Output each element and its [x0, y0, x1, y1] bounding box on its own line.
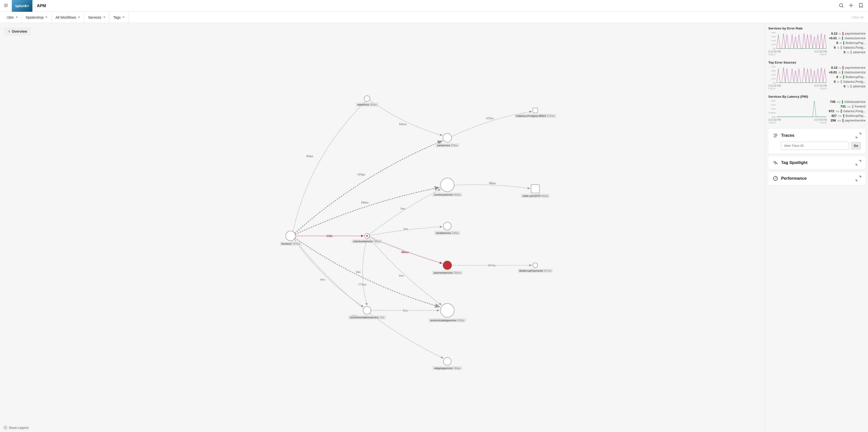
svg-text:3.33min: 3.33min: [769, 112, 776, 114]
side-panel: Services by Error Rate 0.8/s0.6/s0.4/s0.…: [765, 23, 868, 432]
search-icon[interactable]: [839, 3, 844, 9]
service-map-canvas[interactable]: Overview 954µs616ms672ms~978µs550ms950µs…: [0, 23, 765, 432]
service-label-galactus: Galactus.Postgres:98321672ms: [515, 114, 556, 118]
service-label-cartservice: cartservice970µs: [435, 143, 459, 147]
svg-text:2.22h: 2.22h: [771, 100, 776, 102]
service-node-shippingservice[interactable]: [443, 358, 451, 365]
performance-icon: [773, 176, 778, 181]
latency-title: Services By Latency (P90): [768, 95, 866, 98]
latency-chart[interactable]: 2.22h1.67h1.11h3.33min0ms: [768, 100, 827, 118]
trace-id-input[interactable]: [781, 142, 849, 150]
info-icon: [3, 426, 7, 430]
performance-card[interactable]: Performance: [768, 172, 866, 185]
brand-logo[interactable]: splunk>: [12, 0, 32, 12]
edge-label: 950µs: [489, 182, 496, 185]
svg-point-7: [366, 235, 368, 237]
legend-row[interactable]: <0.01/scheckoutservice: [829, 70, 866, 74]
edge-label: 3ms: [403, 227, 408, 230]
error-sources-title: Top Error Sources: [768, 61, 866, 64]
service-node-frontend[interactable]: [286, 231, 296, 241]
traces-title: Traces: [781, 133, 853, 138]
svg-text:0.2/s: 0.2/s: [772, 78, 776, 80]
legend-row[interactable]: 0/sButtercupPay...: [829, 41, 866, 45]
service-label-checkoutservice: checkoutservice745ms: [352, 239, 382, 243]
go-button[interactable]: Go: [851, 142, 861, 150]
svg-text:1.11h: 1.11h: [771, 108, 776, 110]
legend-row[interactable]: <0.01/scheckoutservice: [829, 36, 866, 40]
service-label-adservice: adservice926µs: [356, 102, 378, 106]
service-node-adservice[interactable]: [364, 96, 370, 102]
filter-tags[interactable]: Tags: [110, 12, 129, 23]
svg-text:0.4/s: 0.4/s: [772, 39, 776, 42]
svg-text:0.2/s: 0.2/s: [772, 43, 776, 45]
legend-row[interactable]: 0/sadservice: [829, 85, 866, 88]
traces-icon: [773, 133, 778, 138]
overview-button[interactable]: Overview: [4, 28, 30, 35]
edge-label: 672ms: [486, 117, 494, 120]
legend-row[interactable]: 0/sGalactus.Postg...: [829, 45, 866, 49]
error-rate-title: Services by Error Rate: [768, 27, 866, 30]
edge-label: 616ms: [399, 123, 407, 126]
service-node-currencyservice[interactable]: [440, 178, 454, 192]
service-node-recommendationservice[interactable]: [363, 307, 371, 314]
tag-spotlight-title: Tag Spotlight: [781, 160, 853, 165]
service-label-frontend: frontend767ms: [280, 242, 301, 246]
svg-text:1.67h: 1.67h: [771, 104, 776, 106]
service-label-currencyservice: currencyservice365µs: [433, 193, 462, 196]
legend-row[interactable]: 0/sadservice: [829, 50, 866, 54]
svg-line-4: [842, 6, 843, 7]
expand-icon[interactable]: [856, 160, 861, 165]
legend-row[interactable]: 672msGalactus.Postg...: [829, 109, 866, 113]
service-label-productcatalogservice: productcatalogservice330µs: [429, 318, 466, 322]
svg-text:0.8/s: 0.8/s: [772, 32, 776, 34]
edge-label: 550ms: [361, 201, 369, 204]
service-node-productcatalogservice[interactable]: [440, 304, 454, 317]
legend-row[interactable]: 0.12/spaymentservice: [829, 66, 866, 69]
svg-point-3: [839, 3, 843, 7]
legend-row[interactable]: 745mscheckoutservice: [829, 100, 866, 103]
legend-row[interactable]: 256mspaymentservice: [829, 119, 866, 122]
tag-spotlight-card[interactable]: Tag Spotlight: [768, 156, 866, 169]
edge-label: 5ms: [400, 208, 406, 210]
clear-all-button[interactable]: Clear All: [847, 16, 868, 19]
expand-icon[interactable]: [856, 133, 861, 138]
error-sources-chart[interactable]: 0.8/s0.6/s0.4/s0.2/s0/s: [768, 66, 827, 84]
bookmark-icon[interactable]: [858, 3, 864, 9]
service-node-redis[interactable]: [531, 185, 539, 193]
filter-time[interactable]: -15m: [2, 12, 22, 23]
svg-text:0ms: 0ms: [772, 116, 776, 118]
chevron-left-icon: [8, 30, 10, 33]
service-node-galactus[interactable]: [533, 108, 538, 113]
filter-environment[interactable]: hipstershop: [22, 12, 52, 23]
service-label-redis: redis-cart:6379950µs: [521, 194, 550, 198]
service-node-cartservice[interactable]: [443, 133, 452, 142]
service-label-shippingservice: shippingservice384µs: [433, 366, 462, 370]
service-map-svg: [0, 40, 765, 432]
latency-block: 2.22h1.67h1.11h3.33min0ms 3:12:50 PMTODA…: [768, 100, 866, 124]
filter-workflows[interactable]: All Workflows: [52, 12, 84, 23]
app-title: APM: [32, 3, 51, 8]
filter-services[interactable]: Services: [84, 12, 110, 23]
svg-text:0.4/s: 0.4/s: [772, 74, 776, 76]
add-icon[interactable]: [848, 3, 854, 9]
legend-row[interactable]: 0/sButtercupPay...: [829, 75, 866, 79]
edge-label: 3ms: [355, 271, 361, 273]
edge-label: 427ms: [488, 264, 496, 267]
menu-icon[interactable]: [0, 3, 12, 9]
legend-row[interactable]: 0/sGalactus.Postg...: [829, 80, 866, 84]
edge-label: ~773ms: [357, 283, 367, 286]
error-rate-chart[interactable]: 0.8/s0.6/s0.4/s0.2/s0/s: [768, 32, 827, 49]
service-node-buttercup[interactable]: [533, 263, 538, 268]
tag-spotlight-icon: [773, 160, 778, 165]
svg-text:0.6/s: 0.6/s: [772, 70, 776, 72]
service-node-emailservice[interactable]: [443, 222, 451, 230]
service-node-paymentservice[interactable]: [443, 261, 452, 270]
legend-row[interactable]: 427msButtercupPay...: [829, 114, 866, 118]
top-bar: splunk> APM: [0, 0, 868, 12]
legend-row[interactable]: 0.12/spaymentservice: [829, 32, 866, 35]
service-label-recommendationservice: recommendationservice2ms: [348, 315, 385, 319]
show-legend-button[interactable]: Show Legend: [3, 426, 29, 430]
legend-row[interactable]: 731msfrontend: [829, 104, 866, 108]
svg-text:0/s: 0/s: [773, 82, 776, 84]
expand-icon[interactable]: [856, 176, 861, 181]
